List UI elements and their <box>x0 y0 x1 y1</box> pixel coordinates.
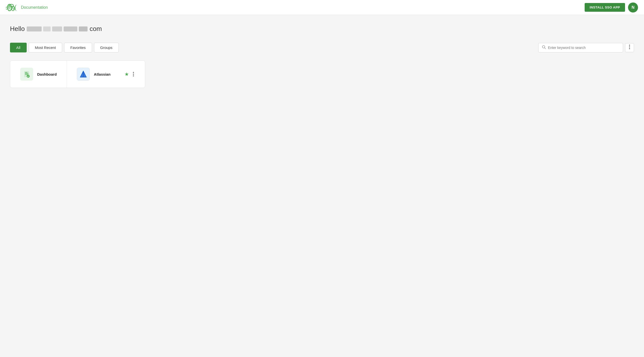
card-atlassian[interactable]: Atlassian ★ <box>66 61 145 88</box>
main-content: Hello com All Most Recent Favorites Grou… <box>0 15 644 88</box>
user-avatar[interactable]: N <box>628 3 638 13</box>
tab-favorites[interactable]: Favorites <box>64 43 92 53</box>
greeting-redacted-name <box>27 27 88 32</box>
cards-container: Dashboard Atlassian ★ <box>10 60 145 88</box>
dashboard-card-icon <box>20 68 33 81</box>
atlassian-card-actions: ★ <box>124 71 135 77</box>
header-title: Documentation <box>21 5 48 10</box>
svg-rect-13 <box>25 74 28 75</box>
svg-point-8 <box>629 47 630 48</box>
greeting-section: Hello com <box>10 25 634 33</box>
search-icon <box>542 45 546 50</box>
atlassian-card-icon <box>77 68 90 81</box>
redact-block-1 <box>27 27 42 32</box>
tab-groups[interactable]: Groups <box>94 43 119 53</box>
kebab-dot-1 <box>133 72 134 73</box>
dashboard-card-title: Dashboard <box>37 72 56 76</box>
app-header: &#x((; Documentation INSTALL SSO APP N <box>0 0 644 15</box>
header-left: &#x((; Documentation <box>6 2 48 13</box>
svg-rect-12 <box>25 73 28 74</box>
more-options-button[interactable] <box>625 43 634 52</box>
atlassian-kebab-button[interactable] <box>132 71 135 77</box>
tabs-search-row: All Most Recent Favorites Groups <box>10 43 634 53</box>
redact-block-4 <box>64 27 77 32</box>
tab-bar: All Most Recent Favorites Groups <box>10 43 119 53</box>
svg-point-9 <box>629 48 630 49</box>
redact-block-3 <box>52 27 62 32</box>
redact-block-2 <box>43 27 51 32</box>
greeting-hello-text: Hello <box>10 25 25 33</box>
favorite-star-icon[interactable]: ★ <box>124 71 129 77</box>
greeting-domain-text: com <box>90 25 102 33</box>
kebab-dot-2 <box>133 74 134 75</box>
kebab-dot-3 <box>133 75 134 76</box>
search-area <box>538 43 634 53</box>
install-sso-button[interactable]: INSTALL SSO APP <box>585 3 625 12</box>
tab-most-recent[interactable]: Most Recent <box>29 43 62 53</box>
svg-point-7 <box>629 45 630 46</box>
app-logo[interactable]: &#x((; <box>6 2 17 13</box>
more-options-icon <box>629 45 630 51</box>
redact-block-5 <box>79 27 88 32</box>
svg-line-6 <box>545 48 546 49</box>
svg-marker-18 <box>81 71 86 77</box>
search-input[interactable] <box>548 46 619 50</box>
atlassian-card-title: Atlassian <box>94 72 110 76</box>
search-box <box>538 43 623 53</box>
tab-all[interactable]: All <box>10 43 27 53</box>
svg-rect-11 <box>25 72 28 73</box>
header-right: INSTALL SSO APP N <box>585 3 638 13</box>
card-dashboard[interactable]: Dashboard <box>10 61 66 88</box>
